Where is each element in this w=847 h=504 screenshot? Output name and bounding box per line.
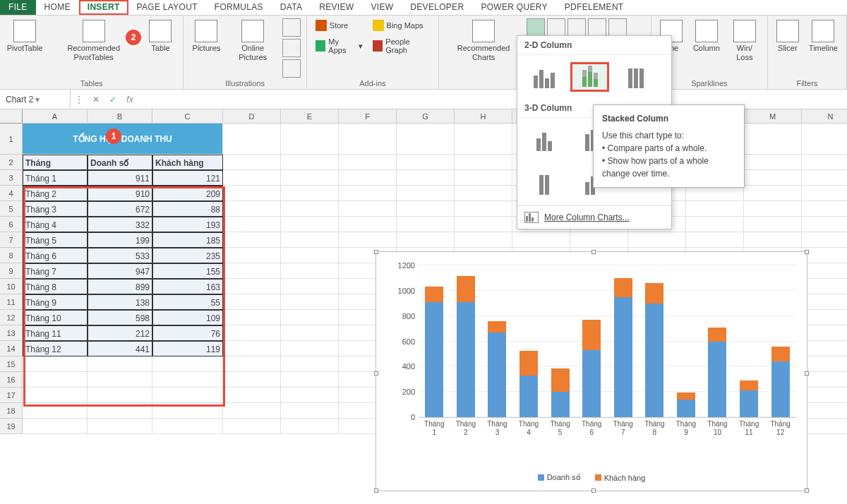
tab-page-layout[interactable]: PAGE LAYOUT — [128, 0, 206, 15]
cell[interactable] — [281, 155, 339, 170]
cell[interactable]: 119 — [152, 341, 223, 356]
bar-segment[interactable] — [614, 297, 632, 417]
cell[interactable] — [802, 186, 847, 201]
cell[interactable]: 76 — [152, 325, 223, 341]
cell[interactable] — [802, 263, 847, 279]
bar-segment[interactable] — [582, 320, 601, 349]
cell[interactable] — [223, 201, 281, 217]
cell[interactable] — [455, 201, 512, 217]
chart-plot-area[interactable]: 020040060080010001200 Tháng1Tháng2Tháng3… — [376, 252, 807, 270]
cell[interactable] — [802, 325, 847, 341]
column-chart-dropdown[interactable] — [527, 18, 545, 37]
cell[interactable] — [339, 232, 397, 248]
shapes-button[interactable] — [282, 18, 301, 37]
cell[interactable] — [223, 232, 281, 248]
cell[interactable] — [802, 124, 847, 155]
row-header[interactable]: 2 — [0, 155, 23, 170]
cell[interactable] — [281, 325, 339, 341]
row-header[interactable]: 15 — [0, 356, 23, 372]
cell[interactable]: 55 — [152, 294, 223, 310]
bar-segment[interactable] — [645, 283, 663, 304]
col-header[interactable]: C — [152, 109, 223, 124]
tab-insert[interactable]: INSERT — [79, 0, 128, 15]
cell[interactable] — [223, 388, 281, 403]
recommended-pivottables-button[interactable]: Recommended PivotTables — [48, 18, 139, 64]
cell[interactable]: 212 — [88, 325, 152, 341]
bar-segment[interactable] — [551, 368, 570, 392]
row-header[interactable]: 1 — [0, 124, 23, 155]
row-header[interactable]: 13 — [0, 325, 23, 341]
cell[interactable] — [281, 310, 339, 325]
tab-home[interactable]: HOME — [36, 0, 79, 15]
bar-chart-dropdown[interactable] — [588, 18, 606, 37]
bar-group[interactable] — [551, 368, 570, 417]
cell[interactable]: 185 — [152, 232, 223, 248]
col-header[interactable]: G — [397, 109, 455, 124]
col-header[interactable]: D — [223, 109, 281, 124]
cell[interactable] — [223, 310, 281, 325]
col-header[interactable]: A — [23, 109, 88, 124]
chart-y-axis[interactable]: 020040060080010001200 — [387, 266, 415, 418]
legend-item[interactable]: Doanh số — [538, 473, 581, 482]
row-header[interactable]: 18 — [0, 403, 23, 419]
cell[interactable] — [223, 294, 281, 310]
cell[interactable] — [339, 186, 397, 201]
cell[interactable] — [397, 232, 455, 248]
cell[interactable] — [281, 263, 339, 279]
cell[interactable] — [88, 419, 152, 434]
bar-segment[interactable] — [614, 278, 632, 298]
bar-segment[interactable] — [645, 304, 663, 417]
name-box[interactable]: Chart 2▾ — [0, 90, 71, 109]
cell[interactable]: 910 — [88, 186, 152, 201]
bar-segment[interactable] — [425, 287, 443, 302]
cell[interactable] — [339, 201, 397, 217]
cell[interactable] — [23, 403, 88, 419]
cell[interactable] — [455, 186, 512, 201]
cell[interactable] — [339, 124, 397, 155]
cell[interactable] — [802, 232, 847, 248]
cell[interactable] — [88, 388, 152, 403]
cell[interactable] — [744, 186, 802, 201]
bar-segment[interactable] — [457, 276, 475, 302]
cell[interactable]: 235 — [152, 248, 223, 263]
row-header[interactable]: 8 — [0, 248, 23, 263]
cell[interactable] — [152, 403, 223, 419]
pictures-button[interactable]: Pictures — [189, 18, 223, 54]
bar-group[interactable] — [740, 380, 758, 417]
cell[interactable] — [223, 341, 281, 356]
tab-developer[interactable]: DEVELOPER — [402, 0, 472, 15]
online-pictures-button[interactable]: Online Pictures — [227, 18, 277, 64]
cell[interactable]: Tháng 5 — [23, 232, 88, 248]
cell[interactable] — [281, 232, 339, 248]
bar-segment[interactable] — [708, 342, 726, 417]
sparkline-winloss-button[interactable]: Win/ Loss — [728, 18, 762, 64]
cell[interactable] — [744, 124, 802, 155]
bar-group[interactable] — [677, 392, 695, 417]
cell[interactable] — [686, 186, 744, 201]
cell[interactable] — [23, 419, 88, 434]
bar-group[interactable] — [614, 278, 632, 417]
select-all-corner[interactable] — [0, 109, 23, 124]
bar-segment[interactable] — [771, 361, 790, 417]
cell[interactable]: Tháng 6 — [23, 248, 88, 263]
cell[interactable] — [281, 294, 339, 310]
cell[interactable] — [281, 356, 339, 372]
cell[interactable] — [802, 356, 847, 372]
bar-segment[interactable] — [519, 351, 538, 376]
bar-segment[interactable] — [677, 392, 695, 400]
cell[interactable] — [455, 155, 512, 170]
cell[interactable] — [223, 170, 281, 186]
pie-chart-dropdown[interactable] — [567, 18, 586, 37]
cell[interactable] — [223, 279, 281, 294]
cell[interactable] — [802, 279, 847, 294]
myapps-button[interactable]: My Apps ▾ — [313, 36, 366, 56]
bar-segment[interactable] — [488, 321, 506, 332]
cell[interactable] — [281, 403, 339, 419]
cell[interactable] — [802, 388, 847, 403]
row-header[interactable]: 3 — [0, 170, 23, 186]
cell[interactable] — [152, 419, 223, 434]
cell[interactable]: Tháng 10 — [23, 310, 88, 325]
cell[interactable] — [23, 372, 88, 388]
bar-group[interactable] — [425, 287, 443, 417]
cell[interactable]: 138 — [88, 294, 152, 310]
